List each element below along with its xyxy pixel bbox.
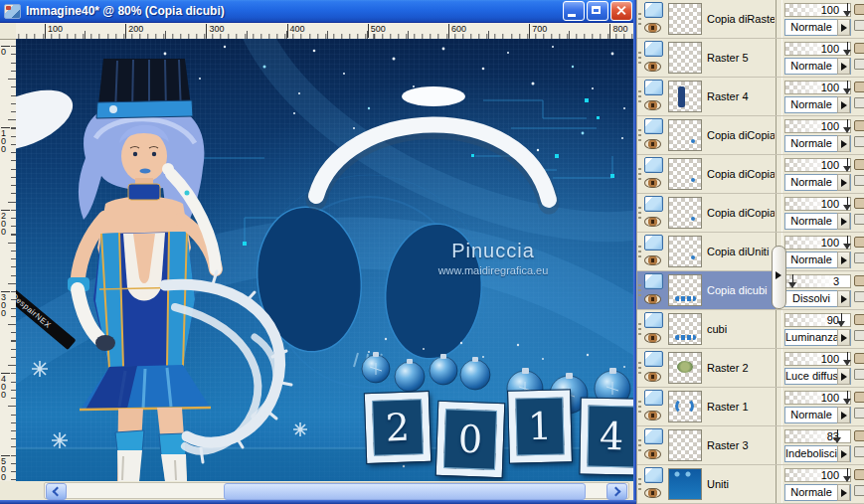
opacity-slider-handle[interactable] [843, 352, 852, 368]
opacity-slider-handle[interactable] [843, 42, 852, 58]
layer-row[interactable]: Copia diCopia di 100 Normale [637, 194, 864, 233]
layer-entry[interactable]: Copia diRaster 5 [637, 0, 777, 38]
opacity-slider[interactable]: 100 [784, 158, 851, 172]
visibility-eye-icon[interactable] [644, 488, 661, 498]
blend-mode-arrow-icon[interactable] [837, 96, 850, 113]
link-toggle-icon[interactable] [854, 97, 864, 108]
opacity-slider[interactable]: 83 [784, 429, 851, 443]
opacity-slider-handle[interactable] [843, 81, 852, 96]
layer-thumbnail[interactable] [668, 313, 702, 345]
link-toggle-icon[interactable] [854, 369, 864, 380]
lock-icon[interactable] [854, 198, 864, 209]
lock-icon[interactable] [854, 4, 864, 15]
layer-row[interactable]: Raster 4 100 Normale [637, 78, 864, 116]
lock-icon[interactable] [854, 430, 864, 441]
visibility-eye-icon[interactable] [644, 23, 661, 33]
opacity-slider[interactable]: 100 [784, 81, 851, 94]
opacity-slider[interactable]: 90 [784, 313, 851, 327]
lock-icon[interactable] [854, 469, 864, 480]
link-toggle-icon[interactable] [854, 136, 864, 147]
visibility-eye-icon[interactable] [644, 255, 661, 265]
link-toggle-icon[interactable] [854, 59, 864, 70]
layer-thumbnail[interactable] [668, 119, 702, 151]
layer-thumbnail[interactable] [668, 158, 702, 190]
layer-row[interactable]: Raster 5 100 Normale [637, 39, 864, 78]
window-titlebar[interactable]: Immagine40* @ 80% (Copia dicubi) [0, 0, 636, 23]
visibility-eye-icon[interactable] [644, 62, 661, 72]
link-toggle-icon[interactable] [854, 291, 864, 302]
blend-mode-arrow-icon[interactable] [837, 174, 850, 191]
lock-icon[interactable] [854, 43, 864, 54]
link-toggle-icon[interactable] [854, 446, 864, 457]
layer-row[interactable]: Copia diUniti 100 Normale [637, 233, 864, 271]
layer-row[interactable]: Uniti 100 Normale [637, 465, 864, 504]
layer-row[interactable]: Copia dicubi 3 Dissolvi [637, 271, 864, 310]
opacity-slider[interactable]: 100 [784, 119, 851, 133]
lock-icon[interactable] [854, 314, 864, 325]
opacity-slider-handle[interactable] [837, 313, 846, 329]
layer-entry[interactable]: Raster 4 [637, 78, 777, 115]
opacity-slider-handle[interactable] [833, 429, 842, 445]
opacity-slider-handle[interactable] [843, 468, 852, 484]
layer-entry[interactable]: cubi [637, 310, 777, 348]
layer-thumbnail[interactable] [668, 468, 702, 500]
layer-entry[interactable]: Uniti [637, 465, 777, 503]
layer-row[interactable]: Copia diCopia di 100 Normale [637, 116, 864, 155]
layer-row[interactable]: Copia diRaster 5 100 Normale [637, 0, 864, 39]
blend-mode-arrow-icon[interactable] [837, 407, 850, 423]
link-toggle-icon[interactable] [854, 20, 864, 31]
opacity-slider-handle[interactable] [788, 274, 797, 290]
link-toggle-icon[interactable] [854, 175, 864, 186]
lock-icon[interactable] [854, 275, 864, 286]
close-button[interactable] [610, 1, 632, 21]
layer-row[interactable]: Raster 3 83 Indebolisci [637, 426, 864, 465]
maximize-button[interactable] [587, 1, 608, 21]
blend-mode-arrow-icon[interactable] [837, 290, 850, 307]
lock-icon[interactable] [854, 82, 864, 92]
visibility-eye-icon[interactable] [644, 372, 661, 382]
opacity-slider-handle[interactable] [843, 236, 852, 252]
opacity-slider-handle[interactable] [843, 391, 852, 407]
link-toggle-icon[interactable] [854, 485, 864, 496]
blend-mode-arrow-icon[interactable] [837, 484, 850, 501]
layer-thumbnail[interactable] [668, 391, 702, 422]
blend-mode-arrow-icon[interactable] [837, 329, 850, 346]
blend-mode-arrow-icon[interactable] [837, 368, 850, 385]
blend-mode-arrow-icon[interactable] [837, 19, 850, 36]
horizontal-scrollbar[interactable] [44, 482, 629, 499]
link-toggle-icon[interactable] [854, 330, 864, 341]
layer-entry[interactable]: Raster 3 [637, 426, 777, 464]
opacity-slider-handle[interactable] [843, 197, 852, 213]
blend-mode-arrow-icon[interactable] [837, 58, 850, 75]
layer-row[interactable]: cubi 90 Luminanza (L) [637, 310, 864, 349]
visibility-eye-icon[interactable] [644, 217, 661, 227]
scrollbar-thumb[interactable] [224, 483, 586, 500]
scroll-left-button[interactable] [46, 483, 67, 500]
lock-icon[interactable] [854, 392, 864, 403]
layer-row[interactable]: Copia diCopia di 100 Normale [637, 155, 864, 194]
link-toggle-icon[interactable] [854, 214, 864, 225]
layer-thumbnail[interactable] [668, 42, 702, 74]
layer-thumbnail[interactable] [668, 81, 702, 112]
visibility-eye-icon[interactable] [644, 100, 661, 110]
blend-mode-arrow-icon[interactable] [837, 252, 850, 268]
layer-thumbnail[interactable] [668, 352, 702, 384]
opacity-slider-handle[interactable] [843, 3, 852, 19]
opacity-slider-handle[interactable] [843, 119, 852, 135]
blend-mode-arrow-icon[interactable] [837, 445, 850, 462]
opacity-slider[interactable]: 100 [784, 197, 851, 211]
lock-icon[interactable] [854, 159, 864, 170]
visibility-eye-icon[interactable] [644, 294, 661, 304]
visibility-eye-icon[interactable] [644, 449, 661, 459]
link-toggle-icon[interactable] [854, 408, 864, 419]
image-canvas[interactable]: Pinuccia www.maidiregrafica.eu DespairNE… [16, 39, 633, 481]
opacity-slider[interactable]: 100 [784, 236, 851, 250]
layer-entry[interactable]: Raster 2 [637, 349, 777, 387]
layer-entry[interactable]: Raster 5 [637, 39, 777, 77]
opacity-slider[interactable]: 3 [784, 274, 851, 288]
opacity-slider[interactable]: 100 [784, 352, 851, 366]
layer-thumbnail[interactable] [668, 274, 702, 306]
palette-splitter[interactable] [772, 246, 786, 309]
layer-row[interactable]: Raster 2 100 Luce diffusa [637, 349, 864, 388]
opacity-slider[interactable]: 100 [784, 3, 851, 17]
